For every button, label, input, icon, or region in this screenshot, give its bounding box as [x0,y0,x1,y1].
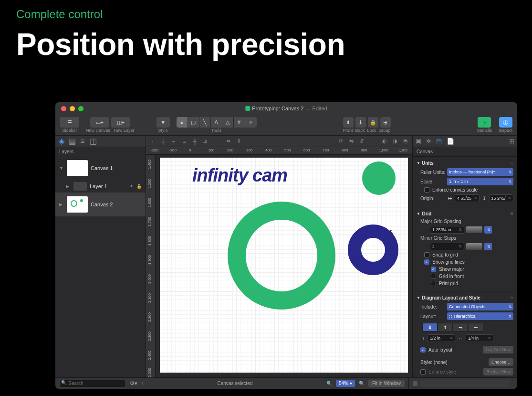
lock-icon[interactable]: 🔒 [136,184,142,189]
style-swatch[interactable] [420,380,510,387]
new-layer-button[interactable]: ◫+ [111,117,130,128]
include-select[interactable]: Connected Objects [447,303,513,310]
group-button[interactable]: ⊞ [380,117,391,128]
layout-dir-left-button[interactable]: ⬅ [468,323,483,332]
zoom-window-icon[interactable] [78,106,83,111]
snap-grid-checkbox[interactable] [424,252,429,257]
scale-select[interactable]: 1 in = 1 in [447,178,513,185]
show-major-checkbox[interactable]: ✓ [431,267,436,272]
list-tab-icon[interactable]: ≡ [79,138,86,145]
canvas-2-row[interactable]: ▶ Canvas 2 [55,193,146,216]
show-grid-checkbox[interactable]: ✓ [424,259,429,265]
minor-grid-stepper[interactable] [484,243,492,250]
fit-window-button[interactable]: Fit in Window [368,380,405,387]
new-canvas-button[interactable]: ▭+ [90,117,109,128]
align-center-v-icon[interactable]: ╫ [191,138,198,145]
disclosure-icon[interactable]: ▼ [417,296,420,300]
drag-handle-icon[interactable]: ⫶ [141,381,144,386]
layout-dir-up-button[interactable]: ⬆ [438,323,453,332]
spacing-h-input[interactable]: 1/4 in [466,334,493,342]
color-swatch-icon[interactable] [413,381,417,386]
layout-dir-right-button[interactable]: ➡ [453,323,468,332]
spacing-v-input[interactable]: 1/2 in [428,334,455,342]
layout-dir-down-button[interactable]: ⬇ [422,323,438,332]
union-icon[interactable]: ◐ [381,138,388,145]
selection-tool-button[interactable]: ▲ [177,117,188,128]
green-ring-shape[interactable] [228,202,335,310]
ruler-units-select[interactable]: Inches — fractional (in)* [447,168,513,176]
align-center-h-icon[interactable]: ╪ [159,138,167,145]
canvas-tab-icon[interactable]: ▤ [436,138,442,145]
disclosure-icon[interactable]: ▶ [59,202,64,207]
distribute-h-icon[interactable]: ⇔ [224,138,232,145]
layout-now-button[interactable]: Lay Out Now [483,346,513,353]
close-window-icon[interactable] [61,106,66,111]
zoom-select[interactable]: 54%▾ [336,380,355,387]
sidebar-toggle-button[interactable]: ☰ [60,117,79,128]
canvas-1-row[interactable]: ▼ Canvas 1 [55,156,146,180]
minor-grid-slider[interactable] [466,243,482,250]
disclosure-icon[interactable]: ▼ [59,166,64,171]
enforce-style-checkbox[interactable] [420,369,426,375]
disclosure-icon[interactable]: ▶ [66,184,71,189]
inspect-button[interactable]: ⓘ [499,117,512,128]
major-grid-stepper[interactable] [484,226,492,234]
section-menu-icon[interactable]: ≡ [511,211,513,216]
distribute-v-icon[interactable]: ⇕ [235,138,242,145]
crop-tool-button[interactable]: # [234,117,245,128]
print-grid-checkbox[interactable] [431,281,436,286]
object-tab-icon[interactable]: ▣ [416,138,421,145]
intersect-icon[interactable]: ◓ [402,138,409,145]
gear-icon[interactable]: ⚙▾ [130,380,137,386]
section-menu-icon[interactable]: ≡ [511,295,513,300]
layers-tab-icon[interactable]: ◈ [58,138,65,145]
outline-tab-icon[interactable]: ▤ [69,138,75,145]
align-right-icon[interactable]: ⫟ [170,138,177,145]
text-tool-button[interactable]: A [211,117,222,128]
canvas[interactable]: infinity cam ↖ [160,158,408,373]
auto-layout-checkbox[interactable]: ✓ [420,347,426,353]
origin-y-input[interactable]: 15 245/ [489,194,514,202]
front-button[interactable]: ⬆ [343,117,354,128]
search-input[interactable] [59,380,126,387]
visibility-icon[interactable]: 👁 [129,184,134,189]
green-dot-shape[interactable] [362,161,396,195]
minimize-window-icon[interactable] [70,106,75,111]
selection-tab-icon[interactable]: ◫ [90,138,96,145]
align-left-icon[interactable]: ⫞ [149,138,156,145]
choose-style-button[interactable]: Choose… [489,358,513,366]
stencils-button[interactable]: ⊞ [478,117,491,128]
line-tool-button[interactable]: ╲ [199,117,211,128]
flip-v-icon[interactable]: ⇵ [358,138,365,145]
align-top-icon[interactable]: ⫠ [180,138,188,145]
zoom-in-icon[interactable]: 🔍 [359,381,365,386]
grid-front-checkbox[interactable] [431,274,436,279]
grid-view-icon[interactable]: ⊞ [509,138,514,145]
stamp-tool-button[interactable]: ✧ [245,117,257,128]
print-grid-label: Print grid [439,281,458,286]
style-button[interactable]: ▼ [156,117,170,128]
restyle-now-button[interactable]: Restyle Now [483,368,513,375]
properties-tab-icon[interactable]: ✲ [426,138,431,145]
document-tab-icon[interactable]: 📄 [447,138,454,145]
lock-button[interactable]: 🔒 [368,117,378,128]
subtract-icon[interactable]: ◑ [391,138,399,145]
back-button[interactable]: ⬇ [355,117,366,128]
major-grid-slider[interactable] [466,226,482,233]
rotate-icon[interactable]: ⟳ [337,138,344,145]
align-bottom-icon[interactable]: ⫡ [201,138,209,145]
pen-tool-button[interactable]: △ [222,117,234,128]
disclosure-icon[interactable]: ▼ [417,161,420,165]
zoom-out-icon[interactable]: 🔍 [326,381,332,386]
major-grid-input[interactable]: 1 25/64 in [430,226,464,234]
section-menu-icon[interactable]: ≡ [511,160,513,166]
layer-1-row[interactable]: ▶ Layer 1 👁🔒 [55,180,146,193]
flip-h-icon[interactable]: ⇋ [347,138,355,145]
shape-tool-button[interactable]: ▢ [188,117,199,128]
layout-select[interactable]: ⸬Hierarchical [447,312,513,320]
minor-grid-input[interactable]: 4 [430,243,464,250]
enforce-scale-checkbox[interactable] [424,187,429,193]
origin-x-input[interactable]: 4 53/25 [455,194,480,202]
disclosure-icon[interactable]: ▼ [417,212,420,216]
canvas-text-object[interactable]: infinity cam [192,165,287,186]
